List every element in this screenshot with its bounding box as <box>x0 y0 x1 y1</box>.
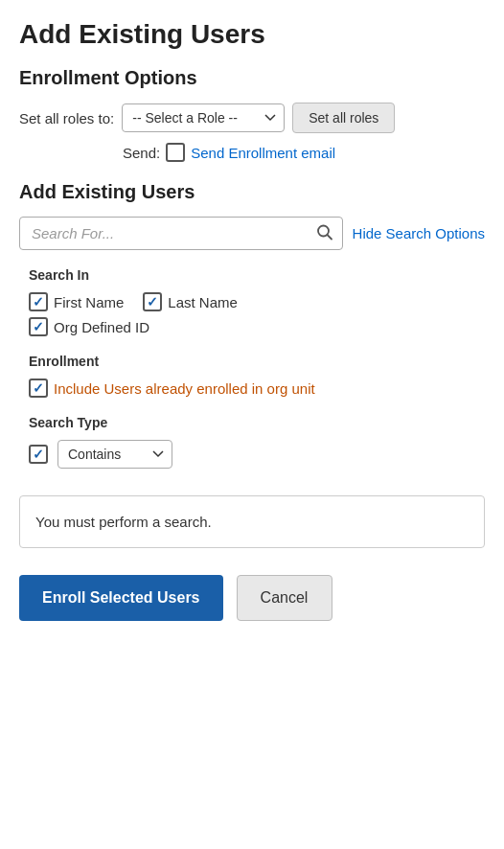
search-input[interactable] <box>19 217 343 250</box>
enrollment-options-title: Enrollment Options <box>19 67 485 89</box>
add-existing-title: Add Existing Users <box>19 181 485 203</box>
enroll-selected-users-button[interactable]: Enroll Selected Users <box>19 575 223 621</box>
role-select[interactable]: -- Select a Role -- <box>122 103 285 132</box>
org-defined-id-checkmark: ✓ <box>33 319 44 334</box>
svg-line-1 <box>327 235 332 240</box>
first-name-checkmark: ✓ <box>33 294 44 310</box>
add-existing-section: Add Existing Users Hide Search Options S… <box>19 181 485 640</box>
enrollment-options-section: Enrollment Options Set all roles to: -- … <box>19 67 485 162</box>
org-defined-id-label: Org Defined ID <box>54 319 149 335</box>
org-id-checkbox-group: ✓ Org Defined ID <box>29 317 485 336</box>
send-label: Send: <box>123 145 160 161</box>
last-name-label: Last Name <box>168 294 238 310</box>
search-type-label: Search Type <box>29 415 485 430</box>
last-name-checkbox-item[interactable]: ✓ Last Name <box>143 292 238 311</box>
first-name-checkbox-item[interactable]: ✓ First Name <box>29 292 124 311</box>
footer-buttons: Enroll Selected Users Cancel <box>19 575 485 640</box>
search-type-section: Search Type ✓ Contains <box>29 415 485 469</box>
last-name-checkmark: ✓ <box>147 294 158 310</box>
cancel-button[interactable]: Cancel <box>237 575 332 621</box>
first-name-checkbox[interactable]: ✓ <box>29 292 48 311</box>
include-enrolled-checkbox-item[interactable]: ✓ Include Users already enrolled in org … <box>29 379 485 398</box>
send-email-checkbox[interactable] <box>166 143 185 162</box>
info-box-text: You must perform a search. <box>35 514 212 530</box>
include-enrolled-checkmark: ✓ <box>33 380 44 396</box>
search-type-select[interactable]: Contains <box>57 440 172 469</box>
search-icon <box>316 223 333 241</box>
search-type-row: ✓ Contains <box>29 440 485 469</box>
org-defined-id-checkbox-item[interactable]: ✓ Org Defined ID <box>29 317 149 336</box>
org-defined-id-checkbox[interactable]: ✓ <box>29 317 48 336</box>
search-input-wrapper <box>19 217 343 250</box>
enrollment-section-label: Enrollment <box>29 354 485 369</box>
page-title: Add Existing Users <box>19 19 485 50</box>
search-button[interactable] <box>314 221 335 245</box>
search-in-label: Search In <box>29 267 485 283</box>
info-box: You must perform a search. <box>19 495 485 548</box>
first-name-label: First Name <box>54 294 124 310</box>
search-type-checkmark: ✓ <box>33 447 44 462</box>
enrollment-section-divider: Enrollment ✓ Include Users already enrol… <box>29 354 485 398</box>
send-row: Send: Send Enrollment email <box>123 143 485 162</box>
set-all-roles-button[interactable]: Set all roles <box>292 103 395 133</box>
search-type-checkbox[interactable]: ✓ <box>29 445 48 464</box>
hide-search-options-link[interactable]: Hide Search Options <box>353 225 485 241</box>
set-all-roles-row: Set all roles to: -- Select a Role -- Se… <box>19 103 485 133</box>
set-all-roles-label: Set all roles to: <box>19 110 114 126</box>
search-in-checkboxes: ✓ First Name ✓ Last Name <box>29 292 485 311</box>
last-name-checkbox[interactable]: ✓ <box>143 292 162 311</box>
send-enrollment-email-link[interactable]: Send Enrollment email <box>191 145 335 161</box>
search-bar-row: Hide Search Options <box>19 217 485 250</box>
include-enrolled-checkbox[interactable]: ✓ <box>29 379 48 398</box>
include-enrolled-label: Include Users already enrolled in org un… <box>54 380 315 397</box>
search-options-panel: Search In ✓ First Name ✓ Last Name <box>19 267 485 469</box>
